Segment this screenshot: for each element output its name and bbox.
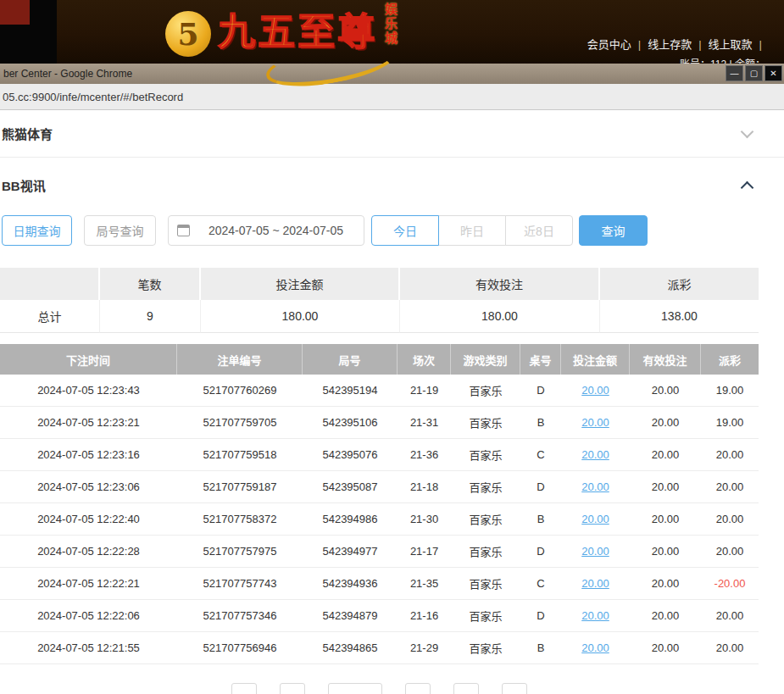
pagination [0,683,759,694]
valid-bet-cell: 20.00 [630,407,701,438]
bet-table-body: 2024-07-05 12:23:43521707760269542395194… [0,375,759,664]
address-bar[interactable]: 05.cc:9900/infe/mcenter/#/betRecord [0,84,784,110]
table-row: 2024-07-05 12:22:40521707758372542394986… [0,503,759,536]
yesterday-button[interactable]: 昨日 [438,215,506,246]
payout-cell: 20.00 [701,439,759,470]
bet-records-table: 下注时间 注单编号 局号 场次 游戏类别 桌号 投注金额 有效投注 派彩 202… [0,344,759,664]
payout-cell: 20.00 [701,632,759,663]
table-row: 2024-07-05 12:22:21521707757743542394936… [0,568,759,600]
summary-total-count: 9 [100,300,201,333]
bet-amount-cell[interactable]: 20.00 [561,632,630,663]
session-cell: 21-31 [398,407,451,438]
summary-header-blank [0,268,100,300]
last-8-days-button[interactable]: 近8日 [505,215,573,246]
main-content: 熊猫体育 BB视讯 日期查询 局号查询 2024-07-05 ~ 2024-07… [0,110,784,694]
valid-bet-cell: 20.00 [630,471,701,502]
logo-5-icon: 5 [165,11,211,57]
table-no-cell: B [520,632,561,663]
session-cell: 21-16 [398,600,451,631]
pagination-item[interactable] [328,683,382,694]
date-range-value: 2024-07-05 ~ 2024-07-05 [197,224,355,237]
section-panda-sports[interactable]: 熊猫体育 [0,110,784,158]
table-no-cell: C [520,568,561,599]
link-withdraw[interactable]: 线上取款 [709,38,753,51]
order-id-cell: 521707757743 [177,568,303,599]
pagination-item[interactable] [405,683,431,694]
section-bb-video[interactable]: BB视讯 [0,158,784,212]
bet-time-cell: 2024-07-05 12:23:21 [0,407,177,438]
chevron-up-icon[interactable] [741,180,754,194]
summary-total-bet-amount: 180.00 [201,300,400,333]
round-query-button[interactable]: 局号查询 [84,215,156,246]
search-button[interactable]: 查询 [579,215,648,246]
bet-time-cell: 2024-07-05 12:23:16 [0,439,177,470]
valid-bet-cell: 20.00 [630,439,701,470]
order-id-cell: 521707760269 [177,375,303,406]
table-no-cell: D [520,536,561,567]
site-logo: 5 九五至尊 娱乐城 [165,0,399,64]
window-controls: — ▢ ✕ [726,65,782,81]
col-header-valid-bet: 有效投注 [630,344,701,375]
banner-links: 会员中心|线上存款|线上取款| [587,36,769,52]
order-id-cell: 521707756946 [177,632,303,663]
logo-subtitle: 娱乐城 [381,3,399,46]
round-id-cell: 542395194 [303,375,398,406]
session-cell: 21-30 [398,503,451,535]
summary-header-count: 笔数 [100,268,201,300]
today-button[interactable]: 今日 [371,215,439,246]
game-type-cell: 百家乐 [451,568,520,599]
session-cell: 21-18 [398,471,451,502]
round-id-cell: 542394986 [303,503,398,535]
game-type-cell: 百家乐 [451,375,520,406]
valid-bet-cell: 20.00 [630,375,701,406]
date-query-button[interactable]: 日期查询 [2,215,72,246]
close-button[interactable]: ✕ [765,65,782,81]
payout-cell: 20.00 [701,536,759,567]
col-header-table-no: 桌号 [520,344,561,375]
bet-amount-cell[interactable]: 20.00 [561,536,630,567]
bet-amount-cell[interactable]: 20.00 [561,503,630,535]
pagination-item[interactable] [280,683,305,694]
round-id-cell: 542395087 [303,471,398,502]
table-no-cell: C [520,439,561,470]
col-header-session: 场次 [398,344,451,375]
chevron-down-icon[interactable] [741,125,754,138]
bet-amount-cell[interactable]: 20.00 [561,471,630,502]
bet-amount-cell[interactable]: 20.00 [561,600,630,631]
bet-amount-cell[interactable]: 20.00 [561,568,630,599]
summary-header-row: 笔数 投注金额 有效投注 派彩 [0,268,759,300]
col-header-round-id: 局号 [303,344,398,375]
round-id-cell: 542394865 [303,632,398,663]
link-deposit[interactable]: 线上存款 [648,38,692,51]
pagination-item[interactable] [502,683,527,694]
maximize-button[interactable]: ▢ [745,65,763,81]
table-no-cell: D [520,375,561,406]
bet-amount-cell[interactable]: 20.00 [561,439,630,470]
bet-time-cell: 2024-07-05 12:22:06 [0,600,177,631]
summary-header-bet-amount: 投注金额 [201,268,400,300]
round-id-cell: 542394936 [303,568,398,599]
bet-time-cell: 2024-07-05 12:23:06 [0,471,177,502]
window-titlebar[interactable]: ber Center - Google Chrome — ▢ ✕ [0,64,784,84]
summary-table: 笔数 投注金额 有效投注 派彩 总计 9 180.00 180.00 138.0… [0,268,759,333]
valid-bet-cell: 20.00 [630,568,701,599]
table-row: 2024-07-05 12:23:06521707759187542395087… [0,471,759,503]
col-header-bet-amount: 投注金额 [561,344,630,375]
bet-amount-cell[interactable]: 20.00 [561,407,630,438]
bet-time-cell: 2024-07-05 12:22:28 [0,536,177,567]
session-cell: 21-19 [398,375,451,406]
pagination-item[interactable] [453,683,479,694]
col-header-payout: 派彩 [701,344,759,375]
bet-amount-cell[interactable]: 20.00 [561,375,630,406]
table-row: 2024-07-05 12:21:55521707756946542394865… [0,632,759,664]
col-header-bet-time: 下注时间 [0,344,177,375]
valid-bet-cell: 20.00 [630,536,701,567]
link-member-center[interactable]: 会员中心 [587,38,631,51]
minimize-button[interactable]: — [726,65,743,81]
game-type-cell: 百家乐 [451,536,520,567]
pagination-item[interactable] [231,683,257,694]
filter-bar: 日期查询 局号查询 2024-07-05 ~ 2024-07-05 今日 昨日 … [0,214,784,247]
date-range-input[interactable]: 2024-07-05 ~ 2024-07-05 [168,215,364,246]
url-text: 05.cc:9900/infe/mcenter/#/betRecord [3,91,183,103]
table-row: 2024-07-05 12:23:43521707760269542395194… [0,375,759,407]
